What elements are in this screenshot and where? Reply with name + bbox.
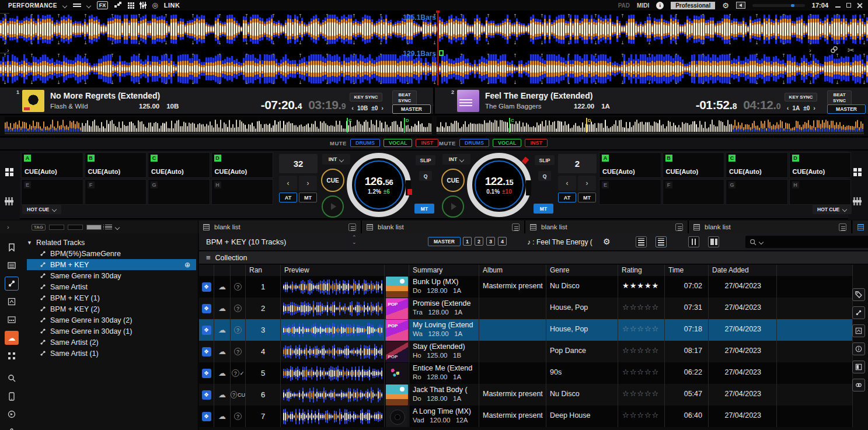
- cloud-icon[interactable]: ☁: [218, 304, 226, 313]
- cell-rating[interactable]: ★★★★★: [618, 276, 665, 298]
- sidebar-item-bpm-key[interactable]: BPM + KEY⊕: [27, 259, 196, 270]
- deck2-mt-button[interactable]: MT: [578, 193, 596, 202]
- deck1-hot-cue-pad-B[interactable]: BCUE(Auto): [85, 152, 147, 178]
- wave-expand-right-icon[interactable]: ›: [809, 47, 811, 54]
- playlist-icon[interactable]: [5, 258, 19, 272]
- deck1-hot-cue-pad-G[interactable]: G: [148, 179, 210, 205]
- col-artwork[interactable]: [385, 265, 409, 276]
- deck1-hot-cue-menu[interactable]: HOT CUE: [22, 204, 61, 214]
- help-icon[interactable]: ?: [232, 369, 239, 377]
- tab-menu-icon[interactable]: [348, 223, 356, 231]
- speaker-icon[interactable]: [736, 2, 745, 9]
- deck1-at-button[interactable]: AT: [279, 193, 297, 202]
- color-filter-1[interactable]: [49, 225, 64, 230]
- playlist-tab-1[interactable]: blank list: [198, 221, 362, 233]
- pads-view-icon[interactable]: [5, 163, 13, 176]
- color-filter-2[interactable]: [68, 225, 83, 230]
- mobile-device-icon[interactable]: [5, 389, 19, 403]
- search-options-chevron-icon[interactable]: [759, 240, 764, 244]
- deck2-hot-cue-pad-B[interactable]: BCUE(Auto): [663, 152, 725, 178]
- col-preview[interactable]: Preview: [281, 265, 385, 276]
- deck2-key-sync-button[interactable]: KEY SYNC: [785, 93, 817, 102]
- deck1-loop-length[interactable]: 32: [279, 154, 318, 173]
- related-tracks-icon[interactable]: [5, 277, 19, 291]
- cell-rating[interactable]: ☆☆☆☆☆: [618, 362, 665, 384]
- deck2-jog-wheel[interactable]: 122.15 0.1%±10: [467, 153, 531, 217]
- deck2-stem-drums[interactable]: DRUMS: [459, 139, 489, 147]
- table-row[interactable]: ❖☁?7A Long Time (MX)Vad 120.00 12AMaster…: [199, 405, 853, 427]
- cloud-icon[interactable]: ☁: [218, 282, 226, 291]
- table-row[interactable]: ❖☁?✓5Entice Me (ExtendRo 128.00 1A90s☆☆☆…: [199, 362, 853, 384]
- deck1-slip-button[interactable]: SLIP: [416, 155, 435, 165]
- track-preview-waveform[interactable]: [283, 322, 382, 338]
- deck1-play-button[interactable]: [322, 195, 344, 218]
- table-row[interactable]: ❖☁?1Bunk Up (MX)Do 128.00 1AMastermix pr…: [199, 276, 853, 298]
- deck1-hot-cue-pad-F[interactable]: F: [85, 179, 147, 205]
- col-genre[interactable]: Genre: [546, 265, 618, 276]
- deck1-stem-inst[interactable]: INST: [416, 139, 438, 147]
- plus-icon[interactable]: ⊕: [184, 261, 190, 269]
- deck1-mt-button[interactable]: MT: [299, 193, 317, 202]
- deck2-waveform[interactable]: [0, 54, 868, 84]
- deck2-hot-cue-pad-A[interactable]: ACUE(Auto): [599, 152, 661, 178]
- playlist-tab-2[interactable]: blank list: [362, 221, 525, 233]
- deck2-track-preview[interactable]: [437, 117, 864, 134]
- deck2-quantize-button[interactable]: Q: [538, 171, 551, 181]
- deck1-hot-cue-pad-A[interactable]: ACUE(Auto): [21, 152, 83, 178]
- info-icon[interactable]: i: [656, 2, 664, 9]
- deck2-hot-cue-pad-E[interactable]: E: [599, 179, 661, 205]
- deck-filter-button-3[interactable]: 3: [486, 237, 495, 246]
- sequencer-icon[interactable]: [114, 1, 122, 9]
- mixer-view-icon-right[interactable]: [853, 197, 861, 208]
- deck1-mt-toggle[interactable]: MT: [414, 204, 434, 214]
- view-simple-list-icon[interactable]: [636, 236, 647, 247]
- dropbox-icon[interactable]: ❖: [202, 412, 211, 421]
- col-rating[interactable]: Rating: [618, 265, 665, 276]
- col-status[interactable]: [231, 265, 246, 276]
- deck2-at-button[interactable]: AT: [558, 193, 576, 202]
- deck1-hot-cue-pad-C[interactable]: CCUE(Auto): [148, 152, 210, 178]
- table-row[interactable]: ❖☁?2Promise (ExtendeTra 128.00 1AHouse, …: [199, 298, 853, 319]
- soundcloud-icon[interactable]: ☁: [5, 331, 19, 345]
- deck1-loop-half-button[interactable]: ‹: [279, 176, 297, 191]
- chevron-down-icon[interactable]: [116, 225, 120, 229]
- playlist-tab-4[interactable]: blank list: [689, 221, 852, 233]
- deck2-loop-length[interactable]: 2: [558, 154, 597, 173]
- deck2-cue-button[interactable]: CUE: [441, 169, 465, 192]
- deck2-hot-cue-pad-G[interactable]: G: [726, 179, 788, 205]
- sort-arrows-icon[interactable]: ⌃ ⌄: [352, 236, 357, 244]
- track-preview-waveform[interactable]: [283, 279, 382, 295]
- col-time[interactable]: Time: [665, 265, 709, 276]
- mixer-sliders-icon[interactable]: [140, 2, 146, 9]
- col-summary[interactable]: Summary: [409, 265, 479, 276]
- help-icon[interactable]: ?: [234, 412, 242, 420]
- mode-chevron-icon[interactable]: [63, 4, 67, 8]
- cloud-icon[interactable]: ☁: [218, 390, 226, 399]
- maximize-button[interactable]: [846, 3, 851, 8]
- search-box[interactable]: [745, 236, 868, 248]
- deck2-loop-half-button[interactable]: ‹: [558, 176, 576, 191]
- view-columns-icon[interactable]: [688, 236, 699, 247]
- deck1-hot-cue-pad-E[interactable]: E: [21, 179, 83, 205]
- deck1-beat-sync-button[interactable]: BEATSYNC: [392, 90, 417, 105]
- track-preview-waveform[interactable]: [283, 344, 382, 360]
- sidebar-item-same-genre-in-30day-2-[interactable]: Same Genre in 30day (2): [27, 314, 196, 326]
- cell-rating[interactable]: ☆☆☆☆☆: [618, 298, 665, 319]
- sidebar-item-same-artist[interactable]: Same Artist: [27, 281, 196, 292]
- wave-link-icon[interactable]: [830, 46, 838, 55]
- deck2-hot-cue-pad-C[interactable]: CCUE(Auto): [726, 152, 788, 178]
- sampler-icon[interactable]: [5, 313, 19, 327]
- deck2-key-shift[interactable]: ‹ 1A ±0 ›: [787, 104, 815, 111]
- deck2-play-mode[interactable]: INT: [442, 154, 470, 165]
- dropbox-icon[interactable]: ❖: [202, 390, 211, 400]
- record-icon[interactable]: ◎: [152, 2, 158, 9]
- deck1-stem-drums[interactable]: DRUMS: [350, 139, 380, 147]
- deck2-loop-double-button[interactable]: ›: [578, 176, 596, 191]
- playlist-title[interactable]: BPM + KEY (10 Tracks): [206, 237, 286, 246]
- deck2-stem-vocal[interactable]: VOCAL: [493, 139, 522, 147]
- sidebar-item-same-genre-in-30day[interactable]: Same Genre in 30day: [27, 270, 196, 281]
- table-row[interactable]: ❖☁?CU6Jack That Body (Do 128.00 1AMaster…: [199, 384, 853, 405]
- volume-slider[interactable]: [752, 4, 805, 7]
- help-icon[interactable]: ?: [231, 391, 237, 398]
- deck-filter-button-2[interactable]: 2: [475, 237, 483, 246]
